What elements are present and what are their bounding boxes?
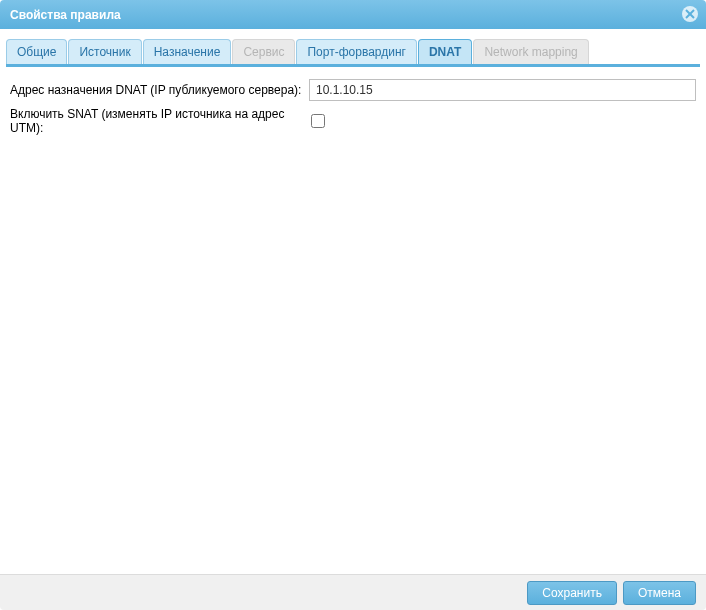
tabbar: Общие Источник Назначение Сервис Порт-фо… xyxy=(6,39,700,67)
enable-snat-checkbox[interactable] xyxy=(311,114,325,128)
tab-source[interactable]: Источник xyxy=(68,39,141,64)
tab-panel-dnat: Адрес назначения DNAT (IP публикуемого с… xyxy=(6,67,700,568)
dnat-address-input[interactable] xyxy=(309,79,696,101)
tab-service: Сервис xyxy=(232,39,295,64)
tab-general[interactable]: Общие xyxy=(6,39,67,64)
close-icon xyxy=(685,9,695,19)
dnat-address-label: Адрес назначения DNAT (IP публикуемого с… xyxy=(10,83,309,97)
close-button[interactable] xyxy=(682,6,698,22)
tab-destination[interactable]: Назначение xyxy=(143,39,232,64)
titlebar: Свойства правила xyxy=(0,0,706,29)
dialog-window: Свойства правила Общие Источник Назначен… xyxy=(0,0,706,610)
tab-network-mapping: Network mapping xyxy=(473,39,588,64)
form-row-enable-snat: Включить SNAT (изменять IP источника на … xyxy=(10,107,696,135)
window-title: Свойства правила xyxy=(10,8,121,22)
button-bar: Сохранить Отмена xyxy=(0,574,706,610)
content-area: Общие Источник Назначение Сервис Порт-фо… xyxy=(0,29,706,574)
tab-dnat[interactable]: DNAT xyxy=(418,39,472,64)
save-button[interactable]: Сохранить xyxy=(527,581,617,605)
cancel-button[interactable]: Отмена xyxy=(623,581,696,605)
enable-snat-label: Включить SNAT (изменять IP источника на … xyxy=(10,107,309,135)
tab-port-forwarding[interactable]: Порт-форвардинг xyxy=(296,39,416,64)
form-row-dnat-address: Адрес назначения DNAT (IP публикуемого с… xyxy=(10,79,696,101)
